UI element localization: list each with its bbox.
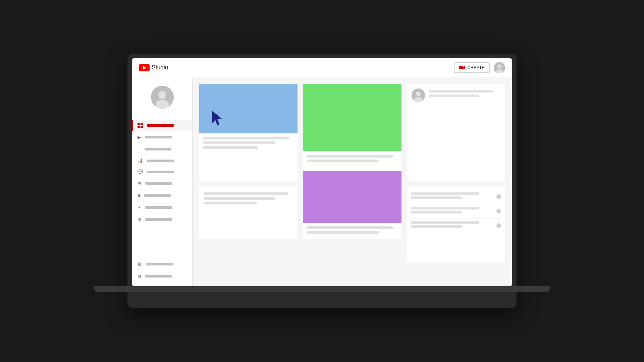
- card-2-thumb-purple: [303, 171, 401, 223]
- card-2-body-2: [303, 223, 401, 239]
- sidebar-label-settings: [146, 263, 173, 265]
- create-label: CREATE: [467, 65, 485, 70]
- sidebar-item-dashboard[interactable]: [132, 120, 192, 131]
- comment-icon: 💬: [138, 169, 143, 174]
- sidebar-item-settings[interactable]: [132, 258, 192, 270]
- sidebar-profile-section: [132, 81, 192, 117]
- card-2-thumbnail: [303, 84, 401, 151]
- list-dot-1: [496, 194, 501, 199]
- youtube-icon: [139, 64, 150, 71]
- youtube-studio-logo: Studio: [139, 64, 168, 71]
- list-row-2-line-1: [411, 207, 479, 209]
- sidebar-label-dashboard: [147, 124, 174, 127]
- card-2-body: [303, 151, 401, 168]
- chart-icon: 📊: [138, 158, 143, 163]
- settings-icon: [138, 261, 142, 267]
- card-2-line-1: [307, 155, 393, 158]
- sidebar-item-content[interactable]: [132, 131, 192, 143]
- user-avatar-icon: [494, 62, 505, 73]
- card-2-line-3: [307, 226, 393, 229]
- card-3-lines: [429, 88, 500, 99]
- sidebar: 📊 💬: [132, 77, 193, 286]
- sidebar-item-monetization[interactable]: [132, 189, 192, 201]
- card-3-avatar: [412, 88, 425, 102]
- card-6[interactable]: [407, 186, 505, 263]
- svg-point-5: [497, 64, 501, 68]
- sidebar-avatar[interactable]: [151, 86, 174, 109]
- sidebar-item-playlists[interactable]: [132, 143, 192, 155]
- list-row-2: [411, 204, 501, 219]
- header-left: Studio: [139, 64, 168, 71]
- sidebar-label-comments: [147, 171, 174, 173]
- sidebar-bottom: [132, 258, 192, 282]
- card-1[interactable]: [199, 84, 298, 181]
- svg-rect-2: [459, 66, 463, 69]
- card-1-body: [199, 133, 298, 154]
- list-row-3-line-1: [411, 221, 479, 224]
- sidebar-item-analytics[interactable]: 📊: [132, 155, 192, 166]
- svg-marker-3: [463, 66, 465, 69]
- cursor-icon: [211, 110, 225, 127]
- studio-label: Studio: [152, 64, 168, 71]
- subtitle-icon: [138, 180, 141, 186]
- sidebar-divider: [132, 117, 192, 117]
- camera-icon: [459, 65, 465, 70]
- svg-point-8: [158, 91, 166, 99]
- card-4[interactable]: [199, 186, 298, 239]
- sidebar-label-analytics: [147, 160, 174, 162]
- library-icon: [138, 217, 141, 223]
- sidebar-item-comments[interactable]: 💬: [132, 166, 192, 177]
- sidebar-item-customization[interactable]: [132, 201, 192, 214]
- card-1-thumbnail: [199, 84, 298, 133]
- customize-icon: [138, 204, 141, 210]
- card-3-line-1: [429, 90, 493, 93]
- card-2[interactable]: [303, 84, 401, 239]
- sidebar-avatar-icon: [151, 86, 174, 109]
- dashboard-icon: [138, 123, 143, 128]
- card-3-line-2: [429, 95, 479, 97]
- list-row-3: [411, 219, 501, 233]
- list-row-1-lines: [411, 192, 496, 201]
- sidebar-item-subtitles[interactable]: [132, 177, 192, 189]
- svg-point-12: [416, 92, 421, 96]
- user-avatar[interactable]: [494, 62, 505, 73]
- laptop-base: [94, 286, 550, 292]
- list-icon: [138, 146, 141, 152]
- sidebar-item-audio-library[interactable]: [132, 214, 192, 226]
- list-row-3-line-2: [411, 225, 462, 228]
- card-3[interactable]: [407, 84, 505, 181]
- list-row-1-line-2: [411, 196, 462, 199]
- list-row-2-lines: [411, 207, 496, 216]
- card-3-avatar-icon: [412, 88, 425, 102]
- sidebar-label-monetization: [144, 194, 171, 197]
- feedback-icon: [138, 273, 141, 279]
- screen: Studio CREATE: [132, 58, 512, 286]
- sidebar-label-customization: [145, 206, 172, 209]
- create-button[interactable]: CREATE: [454, 62, 490, 73]
- header: Studio CREATE: [132, 58, 512, 77]
- card-4-line-2: [204, 197, 275, 200]
- dollar-icon: [138, 192, 140, 198]
- card-2-line-4: [307, 231, 379, 234]
- list-row-1: [411, 190, 501, 204]
- sidebar-item-feedback[interactable]: [132, 270, 192, 282]
- sidebar-label-content: [145, 136, 172, 138]
- card-4-line-3: [204, 202, 257, 204]
- main-layout: 📊 💬: [132, 77, 512, 286]
- card-1-line-1: [203, 137, 289, 139]
- content-area: [193, 77, 512, 286]
- video-icon: [138, 134, 141, 140]
- card-4-line-1: [204, 192, 288, 195]
- laptop-frame: Studio CREATE: [127, 54, 517, 308]
- list-dot-2: [496, 209, 501, 214]
- list-row-1-line-1: [411, 192, 479, 195]
- card-1-line-3: [203, 146, 258, 149]
- sidebar-label-feedback: [145, 275, 172, 278]
- list-row-3-lines: [411, 221, 496, 230]
- sidebar-label-audio-library: [145, 218, 172, 221]
- header-right: CREATE: [454, 62, 505, 73]
- list-row-2-line-2: [411, 211, 462, 214]
- svg-marker-10: [212, 111, 222, 125]
- list-dot-3: [496, 223, 501, 228]
- card-1-line-2: [203, 141, 275, 144]
